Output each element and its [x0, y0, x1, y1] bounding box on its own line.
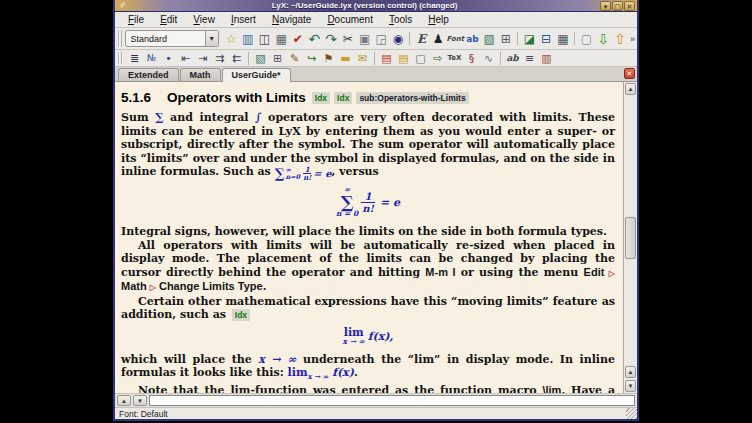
- minimize-button[interactable]: ▾: [600, 1, 611, 11]
- scroll-down-arrow-icon[interactable]: ▼: [625, 380, 636, 392]
- undo-icon[interactable]: ↶: [306, 29, 323, 48]
- goto-reference-icon[interactable]: ↪: [303, 51, 320, 66]
- inline-math-limit-arrow: x → ∞: [258, 353, 296, 366]
- insert-footnote-icon[interactable]: ▤: [378, 51, 395, 66]
- scroll-up-arrow-icon[interactable]: ▲: [625, 366, 636, 378]
- justify-icon[interactable]: ≣: [126, 51, 143, 66]
- chevron-down-icon[interactable]: ▼: [205, 31, 218, 46]
- emphasis-icon[interactable]: E: [413, 29, 430, 48]
- print-icon[interactable]: ▦: [273, 29, 290, 48]
- open-book-icon[interactable]: ▥: [538, 51, 555, 66]
- insert-note-icon[interactable]: ▬: [337, 51, 354, 66]
- math-panel-icon[interactable]: ⊟: [538, 29, 555, 48]
- text-run: or using the menu: [455, 266, 583, 279]
- menu-tools[interactable]: Tools: [382, 13, 419, 26]
- menu-path-item: Math: [121, 280, 147, 292]
- tex-icon[interactable]: TeX: [446, 51, 463, 66]
- line-spacing-icon[interactable]: ≡: [521, 51, 538, 66]
- layout-combo[interactable]: Standard ▼: [125, 30, 218, 47]
- menu-view[interactable]: View: [186, 13, 222, 26]
- insert-figure-icon[interactable]: ▧: [481, 29, 498, 48]
- app-icon: ✐: [117, 1, 129, 11]
- open-document-icon[interactable]: ▥: [239, 29, 256, 48]
- noun-icon[interactable]: ♟: [430, 29, 447, 48]
- insert-marginnote-icon[interactable]: ▤: [395, 51, 412, 66]
- toolbar-handle[interactable]: [118, 52, 123, 65]
- label-inset[interactable]: sub:Operators-with-Limits: [356, 92, 468, 104]
- bullet-list-icon[interactable]: •: [160, 51, 177, 66]
- command-buffer-input[interactable]: [149, 395, 635, 406]
- spellcheck-icon[interactable]: ✔: [289, 29, 306, 48]
- fraction-denominator: n!: [303, 173, 311, 181]
- tab-math[interactable]: Math: [180, 68, 221, 81]
- export-icon[interactable]: ⇨: [429, 51, 446, 66]
- minibuffer-up-button[interactable]: ▲: [117, 395, 131, 406]
- view-dvi-icon[interactable]: ⇩: [595, 29, 612, 48]
- index-inset[interactable]: Idx: [334, 92, 352, 104]
- inline-lim-formula: limx → ∞ f(x): [288, 366, 354, 379]
- insert-url-icon[interactable]: ✉: [354, 51, 371, 66]
- copy-icon[interactable]: ▣: [356, 29, 373, 48]
- toolbar-standard: Standard ▼ ☆ ▥ ◫ ▦ ✔ ↶ ↷ ✂ ▣ ◲ ◉ E ♟ Fon…: [115, 28, 637, 50]
- close-view-button[interactable]: ✕: [624, 68, 635, 79]
- document-canvas[interactable]: 5.1.6 Operators with Limits Idx Idx sub:…: [115, 82, 623, 393]
- scroll-up-arrow-icon[interactable]: ▲: [625, 83, 636, 95]
- selection-box-icon[interactable]: ▢: [412, 51, 429, 66]
- insert-table-icon[interactable]: ⊞: [269, 51, 286, 66]
- index-inset[interactable]: Idx: [232, 309, 250, 321]
- menu-document[interactable]: Document: [320, 13, 380, 26]
- titlebar[interactable]: ✐ LyX: ~/UserGuide.lyx (version control)…: [115, 0, 637, 12]
- free-font-icon[interactable]: Font: [447, 29, 465, 48]
- lyx-window: ✐ LyX: ~/UserGuide.lyx (version control)…: [113, 0, 639, 421]
- menu-edit[interactable]: Edit: [153, 13, 184, 26]
- display-formula-limit[interactable]: limx → ∞ f(x),: [121, 328, 615, 346]
- tab-userguide[interactable]: UserGuide*: [222, 68, 291, 82]
- insert-table-icon[interactable]: ⊞: [498, 29, 515, 48]
- tabular-icon[interactable]: ▦: [554, 29, 571, 48]
- toolbar-handle[interactable]: [118, 30, 122, 47]
- fraction-denominator: n!: [361, 202, 375, 214]
- toc-icon[interactable]: ◪: [521, 29, 538, 48]
- include-file-icon[interactable]: §: [463, 51, 480, 66]
- indent-less-icon[interactable]: ⇇: [228, 51, 245, 66]
- vertical-scrollbar[interactable]: ▲ ▲ ▼: [623, 82, 637, 393]
- section-number: 5.1.6: [121, 90, 151, 105]
- resize-grip[interactable]: [626, 408, 637, 419]
- toolbar-overflow-chevron[interactable]: »: [630, 34, 635, 44]
- decrease-depth-icon[interactable]: ⇤: [177, 51, 194, 66]
- find-replace-icon[interactable]: ◉: [390, 29, 407, 48]
- text-run: Note that the lim-function was entered a…: [138, 384, 542, 393]
- scrollbar-thumb[interactable]: [625, 217, 636, 259]
- paperclip-icon[interactable]: ∿: [480, 51, 497, 66]
- save-icon[interactable]: ◫: [256, 29, 273, 48]
- menu-navigate[interactable]: Navigate: [265, 13, 318, 26]
- menu-help[interactable]: Help: [421, 13, 456, 26]
- text-run: Sum: [121, 111, 155, 124]
- menu-insert[interactable]: Insert: [224, 13, 263, 26]
- maximize-button[interactable]: ▢: [612, 1, 623, 11]
- close-button[interactable]: ✕: [624, 1, 635, 11]
- redo-icon[interactable]: ↷: [323, 29, 340, 48]
- increase-depth-icon[interactable]: ⇥: [194, 51, 211, 66]
- text-style-icon[interactable]: ab: [504, 51, 521, 66]
- insert-label-icon[interactable]: ✎: [286, 51, 303, 66]
- insert-figure-icon[interactable]: ▧: [252, 51, 269, 66]
- bookmark-icon[interactable]: ⚑: [320, 51, 337, 66]
- indent-more-icon[interactable]: ⇉: [211, 51, 228, 66]
- window-title: LyX: ~/UserGuide.lyx (version control) (…: [129, 1, 600, 10]
- update-dvi-icon[interactable]: ⇧: [611, 29, 628, 48]
- tab-extended[interactable]: Extended: [118, 68, 179, 81]
- statusbar: Font: Default: [115, 407, 637, 419]
- numbered-list-icon[interactable]: №: [143, 51, 160, 66]
- index-inset[interactable]: Idx: [312, 92, 330, 104]
- cut-icon[interactable]: ✂: [340, 29, 357, 48]
- paragraph-style-icon[interactable]: ab: [464, 29, 481, 48]
- preview-icon[interactable]: ▢: [578, 29, 595, 48]
- toolbar-extra: ≣ № • ⇤ ⇥ ⇉ ⇇ ▧ ⊞ ✎ ↪ ⚑ ▬ ✉ ▤ ▤ ▢ ⇨ TeX …: [115, 50, 637, 67]
- menu-file[interactable]: File: [121, 13, 151, 26]
- new-document-icon[interactable]: ☆: [223, 29, 240, 48]
- minibuffer-down-button[interactable]: ▼: [133, 395, 147, 406]
- scrollbar-track[interactable]: [624, 96, 637, 365]
- display-formula-sum[interactable]: ∞∑n = 0 1n! = e: [121, 186, 615, 218]
- paste-icon[interactable]: ◲: [373, 29, 390, 48]
